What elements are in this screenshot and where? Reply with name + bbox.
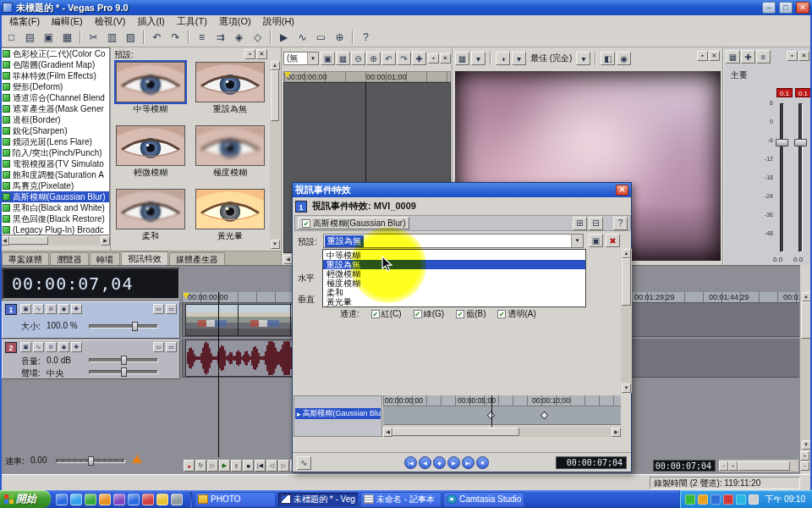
zoom-out-icon[interactable]: − xyxy=(719,461,728,471)
open-icon[interactable]: ▤ xyxy=(21,29,39,46)
quicklaunch-icon[interactable] xyxy=(156,494,168,505)
track-zoom-out-icon[interactable]: − xyxy=(800,461,809,471)
dropdown-item[interactable]: 黃光暈 xyxy=(323,297,585,306)
minimize-track-icon[interactable]: ▭ xyxy=(153,342,164,352)
mixer-view-icon[interactable]: ▦ xyxy=(726,50,740,64)
plugin-list-item[interactable]: 色彩校正(二代)(Color Co xyxy=(1,48,109,59)
plugin-list-item[interactable]: 高斯模糊(Gaussian Blur) xyxy=(1,191,109,202)
quicklaunch-icon[interactable] xyxy=(142,494,154,505)
snapshot-icon[interactable]: ◉ xyxy=(617,52,631,65)
plugin-list-item[interactable]: 變形(Deform) xyxy=(1,81,109,92)
plugin-enabled-checkbox[interactable]: ✔ xyxy=(302,219,310,228)
taskbar-task[interactable]: Camtasia Studio - Unti... xyxy=(443,492,524,507)
remove-plugin-icon[interactable]: ⊟ xyxy=(589,217,603,230)
taskbar-task[interactable]: PHOTO xyxy=(195,492,276,507)
tray-icon[interactable] xyxy=(698,494,708,505)
scroll-thumb[interactable] xyxy=(9,236,48,245)
timeline-cursor[interactable] xyxy=(218,292,219,457)
maximize-track-icon[interactable]: ▭ xyxy=(166,342,177,352)
plugin-chain-icon[interactable]: ⊞ xyxy=(573,217,587,230)
plugin-list-item[interactable]: 電視模擬器(TV Simulato xyxy=(1,158,109,169)
plugin-list-item[interactable]: (Legacy Plug-In) Broadc xyxy=(1,224,109,235)
chevron-down-icon[interactable]: ▾ xyxy=(576,52,590,65)
automation-icon[interactable]: ✚ xyxy=(71,304,82,314)
track-motion-icon[interactable]: ▣ xyxy=(20,304,31,314)
preset-item[interactable]: 重設為無 xyxy=(193,62,267,115)
plugin-list-item[interactable]: 色階圖(Gradient Map) xyxy=(1,59,109,70)
solo-icon[interactable]: ◉ xyxy=(58,342,69,352)
menu-item[interactable]: 工具(T) xyxy=(171,15,213,28)
tray-icon[interactable] xyxy=(710,494,721,505)
scroll-thumb[interactable] xyxy=(392,428,519,436)
dock-tab[interactable]: 媒體產生器 xyxy=(169,252,225,265)
scroll-thumb[interactable] xyxy=(271,70,279,121)
menu-item[interactable]: 插入(I) xyxy=(131,15,170,28)
play-from-start-icon[interactable]: ▷ xyxy=(207,460,218,472)
plugin-list-scrollbar[interactable]: ◀ ▶ xyxy=(0,235,110,246)
scroll-right-icon[interactable]: ▶ xyxy=(612,428,621,437)
plugin-list-item[interactable]: 黑和白(Black and White) xyxy=(1,202,109,213)
dialog-close-button[interactable]: ✕ xyxy=(616,185,628,196)
fader-track[interactable] xyxy=(780,103,784,252)
mute-icon[interactable]: ⊘ xyxy=(46,304,57,314)
plugin-list-item[interactable]: 通道溶合(Channel Blend xyxy=(1,92,109,103)
channel-checkbox[interactable]: ✔透明(A) xyxy=(497,308,535,320)
channel-checkbox[interactable]: ✔紅(C) xyxy=(371,308,402,320)
cut-icon[interactable]: ✂ xyxy=(85,29,102,46)
preset-item[interactable]: 黃光暈 xyxy=(193,189,267,242)
close-panel-icon[interactable]: ✕ xyxy=(798,51,809,61)
scroll-up-icon[interactable]: ▲ xyxy=(802,292,811,301)
keyframe-track[interactable] xyxy=(383,406,621,425)
trimmer-zoom-out-icon[interactable]: ⊖ xyxy=(351,52,365,65)
rate-slider[interactable] xyxy=(56,459,125,463)
chevron-down-icon[interactable]: ▾ xyxy=(307,52,318,64)
zoom-edit-tool-icon[interactable]: ⊕ xyxy=(331,29,348,46)
marker-icon[interactable] xyxy=(284,72,291,78)
track-motion-icon[interactable]: ▣ xyxy=(20,342,31,352)
keyframe-icon[interactable] xyxy=(540,411,549,420)
tray-icon[interactable] xyxy=(749,494,759,505)
scroll-down-icon[interactable]: ▼ xyxy=(622,384,631,393)
scroll-down-icon[interactable]: ▼ xyxy=(802,440,811,450)
slider-handle[interactable] xyxy=(121,356,127,365)
split-screen-icon[interactable]: ◧ xyxy=(601,52,615,65)
quicklaunch-icon[interactable] xyxy=(56,494,68,505)
loop-playback-icon[interactable]: ↻ xyxy=(195,460,206,472)
pin-icon[interactable]: ▪ xyxy=(787,51,798,61)
lock-envelopes-icon[interactable]: ◈ xyxy=(230,29,248,46)
marker-icon[interactable] xyxy=(183,293,189,299)
slider-handle[interactable] xyxy=(88,456,94,466)
fader-track[interactable] xyxy=(798,103,803,252)
timeline-zoom-bar[interactable]: − + xyxy=(719,460,798,472)
normal-edit-tool-icon[interactable]: ▶ xyxy=(275,29,293,46)
envelope-edit-tool-icon[interactable]: ∿ xyxy=(294,29,311,46)
play-icon[interactable]: ▶ xyxy=(219,460,230,472)
track-fx-icon[interactable]: ∿ xyxy=(33,342,44,352)
pin-icon[interactable]: ▪ xyxy=(244,49,255,59)
plugin-list-item[interactable]: 鏡頭光斑(Lens Flare) xyxy=(1,136,109,147)
trimmer-save-icon[interactable]: ▣ xyxy=(321,52,335,65)
pause-icon[interactable]: ‖ xyxy=(231,460,242,472)
mute-icon[interactable]: ⊘ xyxy=(46,342,57,352)
maximize-button[interactable]: □ xyxy=(779,2,793,14)
menu-item[interactable]: 檢視(V) xyxy=(89,15,132,28)
snapping-icon[interactable]: ≡ xyxy=(193,29,211,46)
dock-tab[interactable]: 轉場 xyxy=(90,252,120,265)
timecode-display[interactable]: 00:00:07,04 xyxy=(2,268,180,300)
presets-scrollbar[interactable]: ▲ ▼ xyxy=(270,61,280,249)
tray-icon[interactable] xyxy=(723,494,733,505)
size-slider[interactable] xyxy=(89,324,158,329)
dialog-title-bar[interactable]: 視訊事件特效 ✕ xyxy=(293,183,631,197)
tray-icon[interactable] xyxy=(685,494,695,505)
channel-checkbox[interactable]: ✔藍(B) xyxy=(456,308,486,320)
dock-tab[interactable]: 瀏覽器 xyxy=(50,252,89,265)
video-fx-list[interactable]: 色彩校正(二代)(Color Co色階圖(Gradient Map)菲林特效(F… xyxy=(0,47,110,235)
insert-bus-icon[interactable]: ✚ xyxy=(741,50,755,64)
plugin-list-item[interactable]: 菲林特效(Film Effects) xyxy=(1,70,109,81)
solo-icon[interactable]: ◉ xyxy=(58,304,69,314)
trimmer-prev-icon[interactable]: ↶ xyxy=(381,52,396,65)
preset-item[interactable]: 極度模糊 xyxy=(193,125,267,179)
close-panel-icon[interactable]: ✕ xyxy=(256,49,267,59)
trimmer-properties-icon[interactable]: ▦ xyxy=(336,52,350,65)
keyframe-scrollbar[interactable]: ◀ ▶ xyxy=(383,427,621,437)
